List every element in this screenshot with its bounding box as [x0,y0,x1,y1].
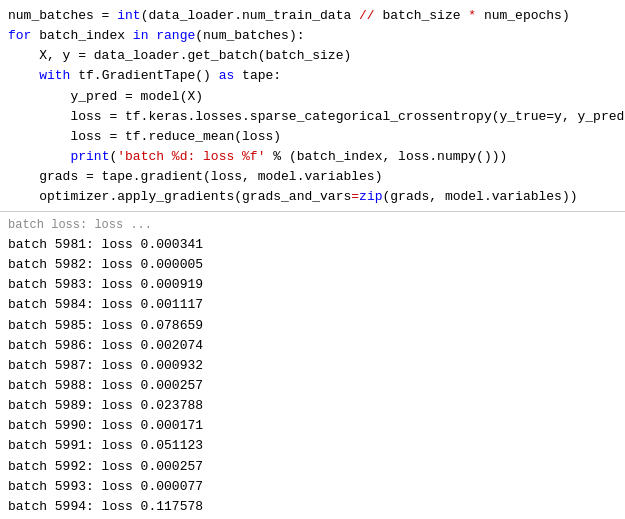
output-block: batch loss: loss ... batch 5981: loss 0.… [0,212,625,519]
code-line-4: with tf.GradientTape() as tape: [8,66,617,86]
output-line-14: batch 5994: loss 0.117578 [8,497,617,517]
output-line-1: batch 5981: loss 0.000341 [8,235,617,255]
output-line-12: batch 5992: loss 0.000257 [8,457,617,477]
output-line-6: batch 5986: loss 0.002074 [8,336,617,356]
code-line-2: for batch_index in range(num_batches): [8,26,617,46]
output-line-10: batch 5990: loss 0.000171 [8,416,617,436]
code-line-6: loss = tf.keras.losses.sparse_categorica… [8,107,617,127]
code-block: num_batches = int(data_loader.num_train_… [0,0,625,212]
output-line-4: batch 5984: loss 0.001117 [8,295,617,315]
code-line-3: X, y = data_loader.get_batch(batch_size) [8,46,617,66]
output-line-7: batch 5987: loss 0.000932 [8,356,617,376]
code-line-8: print('batch %d: loss %f' % (batch_index… [8,147,617,167]
code-line-10: optimizer.apply_gradients(grads_and_vars… [8,187,617,207]
output-line-5: batch 5985: loss 0.078659 [8,316,617,336]
output-header: batch loss: loss ... [8,216,617,235]
code-line-7: loss = tf.reduce_mean(loss) [8,127,617,147]
output-line-8: batch 5988: loss 0.000257 [8,376,617,396]
output-line-9: batch 5989: loss 0.023788 [8,396,617,416]
output-line-3: batch 5983: loss 0.000919 [8,275,617,295]
output-line-11: batch 5991: loss 0.051123 [8,436,617,456]
code-editor: num_batches = int(data_loader.num_train_… [0,0,625,519]
code-line-1: num_batches = int(data_loader.num_train_… [8,6,617,26]
output-line-2: batch 5982: loss 0.000005 [8,255,617,275]
code-line-9: grads = tape.gradient(loss, model.variab… [8,167,617,187]
code-line-5: y_pred = model(X) [8,87,617,107]
output-line-13: batch 5993: loss 0.000077 [8,477,617,497]
